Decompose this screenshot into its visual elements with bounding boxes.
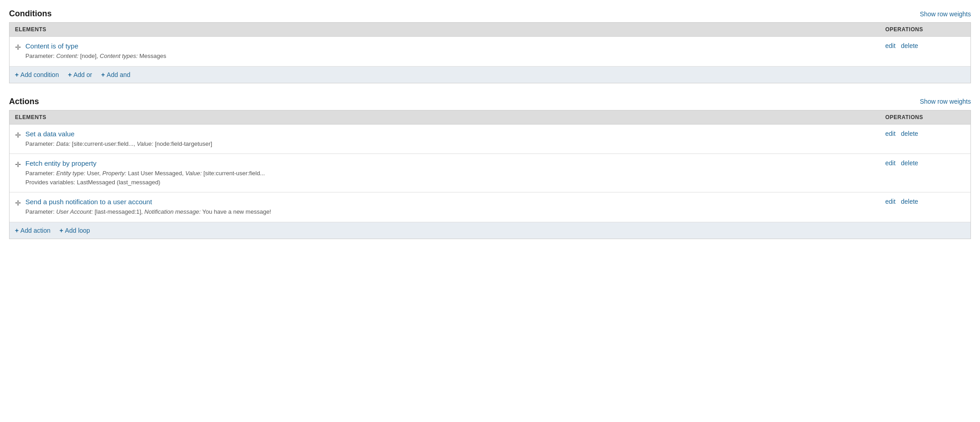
add-action-link[interactable]: Add action xyxy=(15,227,50,234)
conditions-footer-row: Add condition Add or Add and xyxy=(10,66,970,83)
add-and-link[interactable]: Add and xyxy=(101,71,130,78)
action-2-title[interactable]: Fetch entity by property xyxy=(25,159,97,167)
condition-1-delete-link[interactable]: delete xyxy=(901,42,918,49)
action-1-ops: edit delete xyxy=(880,124,970,154)
action-1-content: Set a data value Parameter: Data: [site:… xyxy=(25,130,874,149)
action-3-title[interactable]: Send a push notification to a user accou… xyxy=(25,198,152,206)
conditions-header: Conditions Show row weights xyxy=(9,9,971,19)
action-2-ops: edit delete xyxy=(880,154,970,192)
action-row-1: ✛ Set a data value Parameter: Data: [sit… xyxy=(10,124,970,154)
conditions-operations-col-header: OPERATIONS xyxy=(880,23,970,37)
drag-handle-icon-action2[interactable]: ✛ xyxy=(15,160,21,169)
actions-title: Actions xyxy=(9,97,39,106)
actions-operations-col-header: OPERATIONS xyxy=(880,110,970,125)
drag-handle-icon[interactable]: ✛ xyxy=(15,43,21,52)
actions-footer-row: Add action Add loop xyxy=(10,222,970,239)
condition-1-param: Parameter: Content: [node], Content type… xyxy=(25,52,874,61)
action-2-param: Parameter: Entity type: User, Property: … xyxy=(25,169,874,187)
conditions-show-row-weights[interactable]: Show row weights xyxy=(920,10,971,18)
condition-1-ops: edit delete xyxy=(880,37,970,67)
actions-header: Actions Show row weights xyxy=(9,97,971,106)
action-2-delete-link[interactable]: delete xyxy=(901,159,918,167)
action-3-content: Send a push notification to a user accou… xyxy=(25,198,874,216)
add-loop-link[interactable]: Add loop xyxy=(59,227,90,234)
action-1-param: Parameter: Data: [site:current-user:fiel… xyxy=(25,139,874,149)
action-row-2: ✛ Fetch entity by property Parameter: En… xyxy=(10,154,970,192)
condition-1-edit-link[interactable]: edit xyxy=(885,42,896,49)
actions-add-links: Add action Add loop xyxy=(15,227,965,234)
action-2-edit-link[interactable]: edit xyxy=(885,159,896,167)
actions-table: ELEMENTS OPERATIONS ✛ Set a data value P… xyxy=(9,110,971,239)
conditions-section: Conditions Show row weights ELEMENTS OPE… xyxy=(9,9,971,83)
condition-1-content: Content is of type Parameter: Content: [… xyxy=(25,42,874,61)
conditions-table: ELEMENTS OPERATIONS ✛ Content is of type… xyxy=(9,22,971,83)
drag-handle-icon-action3[interactable]: ✛ xyxy=(15,199,21,207)
conditions-add-links: Add condition Add or Add and xyxy=(15,71,965,78)
condition-row-1: ✛ Content is of type Parameter: Content:… xyxy=(10,37,970,67)
action-1-delete-link[interactable]: delete xyxy=(901,130,918,137)
action-1-title[interactable]: Set a data value xyxy=(25,130,74,138)
action-3-edit-link[interactable]: edit xyxy=(885,198,896,205)
action-2-content: Fetch entity by property Parameter: Enti… xyxy=(25,159,874,187)
action-row-3: ✛ Send a push notification to a user acc… xyxy=(10,192,970,222)
action-3-delete-link[interactable]: delete xyxy=(901,198,918,205)
actions-elements-col-header: ELEMENTS xyxy=(10,110,880,125)
drag-handle-icon-action1[interactable]: ✛ xyxy=(15,131,21,139)
conditions-elements-col-header: ELEMENTS xyxy=(10,23,880,37)
action-3-ops: edit delete xyxy=(880,192,970,222)
add-condition-link[interactable]: Add condition xyxy=(15,71,59,78)
add-or-link[interactable]: Add or xyxy=(68,71,92,78)
action-1-edit-link[interactable]: edit xyxy=(885,130,896,137)
action-3-param: Parameter: User Account: [last-messaged:… xyxy=(25,207,874,216)
conditions-title: Conditions xyxy=(9,9,52,19)
condition-1-title[interactable]: Content is of type xyxy=(25,42,78,50)
actions-show-row-weights[interactable]: Show row weights xyxy=(920,98,971,105)
actions-section: Actions Show row weights ELEMENTS OPERAT… xyxy=(9,97,971,239)
